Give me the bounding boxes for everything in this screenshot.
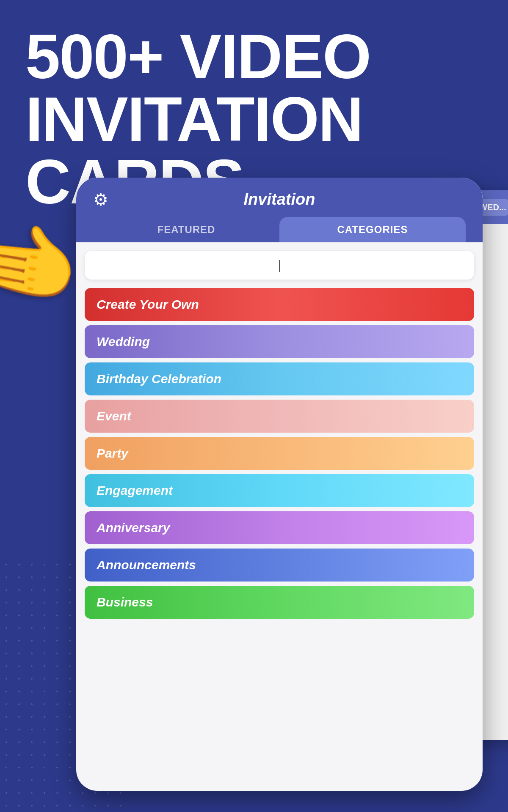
search-input[interactable] — [95, 258, 464, 272]
category-engagement[interactable]: Engagement — [85, 474, 474, 507]
app-title: Invitation — [244, 190, 315, 208]
tab-featured[interactable]: FEATURED — [93, 217, 279, 242]
gear-icon[interactable]: ⚙ — [93, 190, 108, 209]
category-birthday[interactable]: Birthday Celebration — [85, 362, 474, 395]
category-wedding[interactable]: Wedding — [85, 325, 474, 358]
header-top: ⚙ Invitation — [93, 190, 466, 217]
cursor — [279, 260, 280, 272]
hero-line-2: INVITATION — [25, 88, 483, 151]
category-label: Anniversary — [97, 521, 170, 535]
phone-main: ⚙ Invitation FEATURED CATEGORIES Create … — [76, 178, 483, 791]
app-header: ⚙ Invitation FEATURED CATEGORIES — [76, 178, 483, 242]
category-label: Event — [97, 409, 131, 423]
category-create-your-own[interactable]: Create Your Own — [85, 288, 474, 321]
category-event[interactable]: Event — [85, 400, 474, 433]
categories-list: Create Your Own Wedding Birthday Celebra… — [76, 288, 483, 627]
phone-area: < WED... ⚙ Invitation FEATURED CATEGORIE… — [76, 178, 508, 812]
category-anniversary[interactable]: Anniversary — [85, 511, 474, 544]
search-bar[interactable] — [85, 251, 474, 280]
tab-categories[interactable]: CATEGORIES — [279, 217, 466, 242]
tabs-row: FEATURED CATEGORIES — [93, 217, 466, 242]
hand-icon: 🫱 — [0, 211, 87, 313]
hand-pointer-decoration: 🫱 — [0, 211, 87, 313]
category-label: Business — [97, 595, 153, 609]
category-business[interactable]: Business — [85, 586, 474, 619]
category-label: Create Your Own — [97, 297, 199, 311]
category-label: Engagement — [97, 483, 173, 497]
category-announcements[interactable]: Announcements — [85, 549, 474, 582]
category-party[interactable]: Party — [85, 437, 474, 470]
category-label: Party — [97, 446, 128, 460]
hero-line-1: 500+ VIDEO — [25, 25, 483, 88]
category-label: Wedding — [97, 335, 150, 348]
category-label: Announcements — [97, 558, 196, 572]
category-label: Birthday Celebration — [97, 372, 221, 386]
